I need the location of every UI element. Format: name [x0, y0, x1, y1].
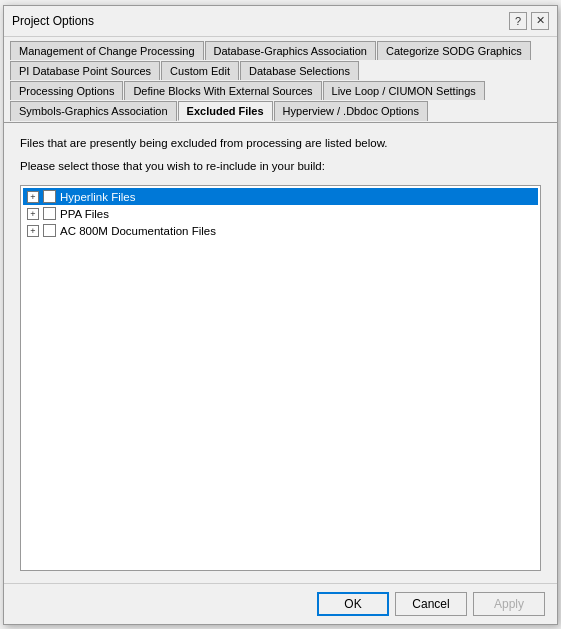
checkbox-ac800m[interactable] — [43, 224, 56, 237]
tab-database-graphics[interactable]: Database-Graphics Association — [205, 41, 376, 60]
excluded-files-list[interactable]: + Hyperlink Files + PPA Files + AC 800M … — [20, 185, 541, 571]
list-item-ac800m[interactable]: + AC 800M Documentation Files — [23, 222, 538, 239]
apply-button[interactable]: Apply — [473, 592, 545, 616]
description-line1: Files that are presently being excluded … — [20, 135, 541, 152]
tab-management-of-change[interactable]: Management of Change Processing — [10, 41, 204, 60]
tabs-area: Management of Change Processing Database… — [4, 37, 557, 122]
tab-symbols-graphics[interactable]: Symbols-Graphics Association — [10, 101, 177, 121]
expand-icon-hyperlink[interactable]: + — [27, 191, 39, 203]
tab-processing-options[interactable]: Processing Options — [10, 81, 123, 100]
list-item-label-ppa: PPA Files — [60, 208, 109, 220]
list-item-hyperlink[interactable]: + Hyperlink Files — [23, 188, 538, 205]
description-line2: Please select those that you wish to re-… — [20, 158, 541, 175]
project-options-dialog: Project Options ? ✕ Management of Change… — [3, 5, 558, 625]
help-button[interactable]: ? — [509, 12, 527, 30]
list-item-label-hyperlink: Hyperlink Files — [60, 191, 135, 203]
expand-icon-ppa[interactable]: + — [27, 208, 39, 220]
title-bar-left: Project Options — [12, 14, 94, 28]
tab-row-2: PI Database Point Sources Custom Edit Da… — [10, 61, 551, 80]
bottom-bar: OK Cancel Apply — [4, 583, 557, 624]
title-bar: Project Options ? ✕ — [4, 6, 557, 37]
dialog-title: Project Options — [12, 14, 94, 28]
tab-row-4: Symbols-Graphics Association Excluded Fi… — [10, 101, 551, 121]
expand-icon-ac800m[interactable]: + — [27, 225, 39, 237]
title-bar-controls: ? ✕ — [509, 12, 549, 30]
tab-custom-edit[interactable]: Custom Edit — [161, 61, 239, 80]
cancel-button[interactable]: Cancel — [395, 592, 467, 616]
checkbox-hyperlink[interactable] — [43, 190, 56, 203]
tab-row-3: Processing Options Define Blocks With Ex… — [10, 81, 551, 100]
tab-row-1: Management of Change Processing Database… — [10, 41, 551, 60]
ok-button[interactable]: OK — [317, 592, 389, 616]
tab-live-loop[interactable]: Live Loop / CIUMON Settings — [323, 81, 485, 100]
tab-hyperview[interactable]: Hyperview / .Dbdoc Options — [274, 101, 428, 121]
tab-categorize-sodg[interactable]: Categorize SODG Graphics — [377, 41, 531, 60]
content-area: Files that are presently being excluded … — [4, 122, 557, 583]
tab-excluded-files[interactable]: Excluded Files — [178, 101, 273, 121]
tab-pi-database[interactable]: PI Database Point Sources — [10, 61, 160, 80]
list-item-label-ac800m: AC 800M Documentation Files — [60, 225, 216, 237]
close-button[interactable]: ✕ — [531, 12, 549, 30]
tab-database-selections[interactable]: Database Selections — [240, 61, 359, 80]
list-item-ppa[interactable]: + PPA Files — [23, 205, 538, 222]
checkbox-ppa[interactable] — [43, 207, 56, 220]
tab-define-blocks[interactable]: Define Blocks With External Sources — [124, 81, 321, 100]
